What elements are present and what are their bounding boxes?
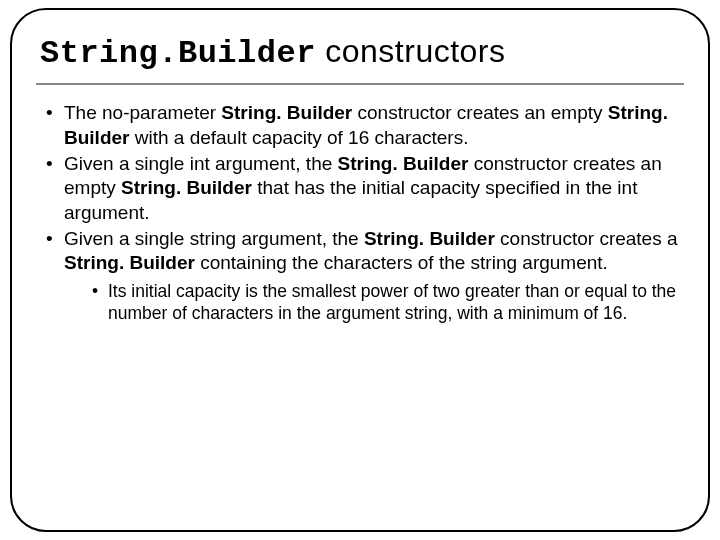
title-mono: String.Builder (40, 35, 316, 72)
text-run: containing the characters of the string … (195, 252, 608, 273)
list-item: The no-parameter String. Builder constru… (46, 101, 680, 150)
bold-text: String. Builder (64, 252, 195, 273)
bold-text: String. Builder (121, 177, 252, 198)
bold-text: String. Builder (338, 153, 469, 174)
slide-frame: String.Builder constructors The no-param… (10, 8, 710, 532)
text-run: constructor creates a (495, 228, 678, 249)
text-run: with a default capacity of 16 characters… (129, 127, 468, 148)
text-run: Given a single string argument, the (64, 228, 364, 249)
sub-list: Its initial capacity is the smallest pow… (64, 280, 680, 325)
text-run: The no-parameter (64, 102, 221, 123)
text-run: constructor creates an empty (352, 102, 608, 123)
bold-text: String. Builder (364, 228, 495, 249)
list-item: Given a single int argument, the String.… (46, 152, 680, 225)
title-rest: constructors (316, 33, 506, 69)
sub-list-item: Its initial capacity is the smallest pow… (92, 280, 680, 325)
bullet-list: The no-parameter String. Builder constru… (40, 101, 680, 324)
title-underline (36, 83, 684, 85)
bold-text: String. Builder (221, 102, 352, 123)
list-item: Given a single string argument, the Stri… (46, 227, 680, 324)
text-run: Its initial capacity is the smallest pow… (108, 281, 676, 323)
slide-title: String.Builder constructors (40, 32, 680, 73)
text-run: Given a single int argument, the (64, 153, 338, 174)
